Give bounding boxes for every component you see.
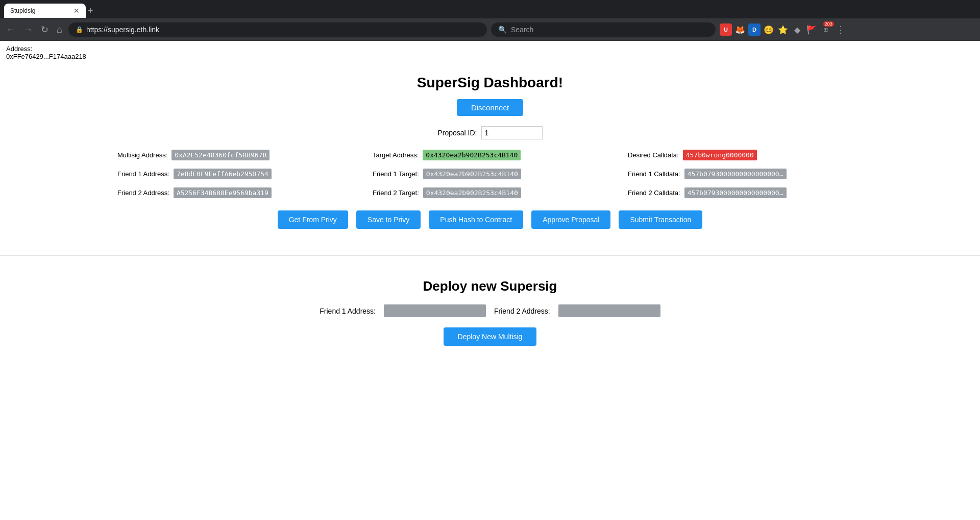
address-value: 0xFFe76429...F174aaa218 <box>6 53 974 60</box>
browser-menu-button[interactable]: ⋮ <box>836 24 845 35</box>
flag-icon[interactable]: 🚩 <box>805 23 818 36</box>
browser-chrome: Stupidsig ✕ + ← → ↻ ⌂ 🔒 https://supersig… <box>0 0 980 41</box>
deploy-section: Deploy new Supersig Friend 1 Address: Fr… <box>0 268 980 356</box>
multisig-address-label: Multisig Address: <box>117 151 167 159</box>
multisig-address-value: 0xA2E52e48360fcf5BB967B <box>172 150 270 160</box>
disconnect-button[interactable]: Disconnect <box>457 99 523 116</box>
search-icon: 🔍 <box>498 26 507 34</box>
friend1-calldata-label: Friend 1 Calldata: <box>628 170 680 178</box>
friend1-target-label: Friend 1 Target: <box>373 170 419 178</box>
action-buttons: Get From Privy Save to Privy Push Hash t… <box>20 210 960 229</box>
tab-title: Stupidsig <box>10 7 69 14</box>
friend2-address-value: A5256F34B608Ee9569ba319 <box>174 187 272 198</box>
metamask-icon[interactable]: 🦊 <box>734 23 746 36</box>
multisig-address-field: Multisig Address: 0xA2E52e48360fcf5BB967… <box>107 150 362 160</box>
deploy-multisig-button[interactable]: Deploy New Multisig <box>444 327 537 346</box>
extensions-count-icon[interactable]: ⊞ 203 <box>820 23 832 36</box>
friend2-address-field: Friend 2 Address: A5256F34B608Ee9569ba31… <box>107 187 362 198</box>
friend2-target-field: Friend 2 Target: 0x4320ea2b902B253c4B140 <box>362 187 618 198</box>
friend1-address-field: Friend 1 Address: 7e8dE0F9EeffA6eb295D75… <box>107 169 362 179</box>
search-placeholder: Search <box>511 26 533 34</box>
proposal-id-label: Proposal ID: <box>437 129 477 137</box>
lock-icon: 🔒 <box>76 26 83 33</box>
deploy-friend1-input[interactable] <box>384 304 486 317</box>
target-address-field: Target Address: 0x4320ea2b902B253c4B140 <box>362 150 618 160</box>
submit-transaction-button[interactable]: Submit Transaction <box>619 210 702 229</box>
home-button[interactable]: ⌂ <box>55 22 64 37</box>
deploy-title: Deploy new Supersig <box>20 278 960 294</box>
address-label: Address: <box>6 45 974 53</box>
friend1-address-label: Friend 1 Address: <box>117 170 169 178</box>
friend1-calldata-field: Friend 1 Calldata: 457b07930000000000000… <box>618 169 873 179</box>
nav-bar: ← → ↻ ⌂ 🔒 https://supersig.eth.link 🔍 Se… <box>0 18 980 41</box>
deploy-friend2-label: Friend 2 Address: <box>494 307 550 315</box>
page-content: Address: 0xFFe76429...F174aaa218 SuperSi… <box>0 41 980 356</box>
target-address-label: Target Address: <box>373 151 419 159</box>
emoji-icon[interactable]: 😊 <box>763 23 775 36</box>
active-tab[interactable]: Stupidsig ✕ <box>4 4 86 18</box>
fields-grid: Multisig Address: 0xA2E52e48360fcf5BB967… <box>107 150 873 198</box>
friend2-target-value: 0x4320ea2b902B253c4B140 <box>423 187 521 198</box>
target-address-value: 0x4320ea2b902B253c4B140 <box>423 150 521 160</box>
friend1-calldata-value: 457b07930000000000000000000 <box>684 169 787 179</box>
desired-calldata-label: Desired Calldata: <box>628 151 679 159</box>
new-tab-button[interactable]: + <box>88 6 93 16</box>
friend1-target-field: Friend 1 Target: 0x4320ea2b902B253c4B140 <box>362 169 618 179</box>
friend2-target-label: Friend 2 Target: <box>373 189 419 197</box>
close-tab-button[interactable]: ✕ <box>74 7 80 15</box>
eth-icon[interactable]: ◆ <box>791 23 803 36</box>
tab-bar: Stupidsig ✕ + <box>0 0 980 18</box>
deploy-friend2-input[interactable] <box>558 304 660 317</box>
approve-proposal-button[interactable]: Approve Proposal <box>531 210 610 229</box>
reload-button[interactable]: ↻ <box>39 22 51 37</box>
back-button[interactable]: ← <box>4 22 17 37</box>
dashboard-title: SuperSig Dashboard! <box>20 75 960 91</box>
friend2-calldata-label: Friend 2 Calldata: <box>628 189 680 197</box>
deploy-inputs: Friend 1 Address: Friend 2 Address: <box>20 304 960 317</box>
extensions-area: U 🦊 D 😊 ⭐ ◆ 🚩 ⊞ 203 <box>720 23 832 36</box>
friend1-target-value: 0x4320ea2b902B253c4B140 <box>423 169 521 179</box>
friend2-calldata-field: Friend 2 Calldata: 457b07930000000000000… <box>618 187 873 198</box>
defiant-icon[interactable]: D <box>748 23 761 36</box>
deploy-friend1-label: Friend 1 Address: <box>320 307 376 315</box>
proposal-id-row: Proposal ID: <box>20 126 960 139</box>
search-bar[interactable]: 🔍 Search <box>491 22 716 37</box>
lastpass-icon[interactable]: ⭐ <box>777 23 789 36</box>
extensions-badge: 203 <box>823 21 834 27</box>
get-from-privy-button[interactable]: Get From Privy <box>278 210 348 229</box>
url-text: https://supersig.eth.link <box>86 26 159 34</box>
address-display: Address: 0xFFe76429...F174aaa218 <box>0 41 980 64</box>
proposal-id-input[interactable] <box>481 126 543 139</box>
friend1-address-value: 7e8dE0F9EeffA6eb295D754 <box>174 169 272 179</box>
section-divider <box>0 255 980 256</box>
friend2-address-label: Friend 2 Address: <box>117 189 169 197</box>
desired-calldata-value: 457b0wrong0000000 <box>683 150 757 160</box>
address-bar[interactable]: 🔒 https://supersig.eth.link <box>68 22 487 37</box>
dashboard-section: SuperSig Dashboard! Disconnect Proposal … <box>0 64 980 255</box>
ublock-icon[interactable]: U <box>720 23 732 36</box>
friend2-calldata-value: 457b07930000000000000000000 <box>684 187 787 198</box>
push-hash-to-contract-button[interactable]: Push Hash to Contract <box>429 210 523 229</box>
desired-calldata-field: Desired Calldata: 457b0wrong0000000 <box>618 150 873 160</box>
save-to-privy-button[interactable]: Save to Privy <box>356 210 421 229</box>
forward-button[interactable]: → <box>21 22 35 37</box>
